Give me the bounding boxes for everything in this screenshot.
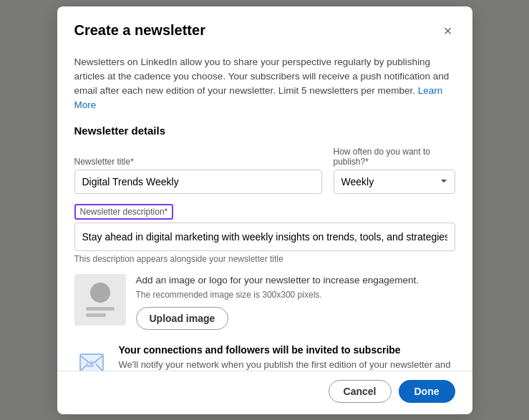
description-label: Newsletter description* xyxy=(74,204,174,220)
intro-text: Newsletters on LinkedIn allow you to sha… xyxy=(74,49,455,113)
placeholder-lines xyxy=(86,307,115,317)
description-hint: This description appears alongside your … xyxy=(74,254,455,264)
description-input[interactable] xyxy=(74,223,455,251)
image-placeholder xyxy=(74,274,126,326)
invite-body: We'll notify your network when you publi… xyxy=(119,358,455,370)
frequency-label: How often do you want to publish?* xyxy=(334,147,455,167)
image-info: Add an image or logo for your newsletter… xyxy=(136,274,455,331)
upload-image-button[interactable]: Upload image xyxy=(136,307,229,330)
title-frequency-row: Newsletter title* How often do you want … xyxy=(74,147,455,194)
description-group: Newsletter description* xyxy=(74,204,455,251)
invite-section: Your connections and followers will be i… xyxy=(74,344,455,370)
placeholder-circle xyxy=(90,283,110,303)
close-button[interactable]: × xyxy=(441,21,455,41)
title-label: Newsletter title* xyxy=(74,157,322,167)
placeholder-line-short xyxy=(86,313,106,317)
modal-body: Newsletters on LinkedIn allow you to sha… xyxy=(57,49,472,371)
svg-rect-4 xyxy=(87,365,94,367)
title-input[interactable] xyxy=(74,170,322,194)
modal-overlay: Create a newsletter × Newsletters on Lin… xyxy=(0,0,529,420)
cancel-button[interactable]: Cancel xyxy=(329,380,392,403)
invite-text: Your connections and followers will be i… xyxy=(119,344,455,370)
svg-rect-3 xyxy=(87,361,97,363)
invite-heading: Your connections and followers will be i… xyxy=(119,344,455,356)
placeholder-line-long xyxy=(86,307,115,311)
envelope-icon xyxy=(74,344,109,370)
done-button[interactable]: Done xyxy=(399,380,455,403)
frequency-group: How often do you want to publish?* Weekl… xyxy=(334,147,455,194)
modal-header: Create a newsletter × xyxy=(57,6,472,49)
section-title: Newsletter details xyxy=(74,124,455,137)
image-size-text: The recommended image size is 300x300 pi… xyxy=(136,290,455,300)
modal: Create a newsletter × Newsletters on Lin… xyxy=(57,6,472,414)
modal-title: Create a newsletter xyxy=(74,22,205,39)
modal-footer: Cancel Done xyxy=(57,371,472,414)
title-group: Newsletter title* xyxy=(74,157,322,194)
frequency-select[interactable]: Weekly Daily Biweekly Monthly xyxy=(334,170,455,194)
image-section: Add an image or logo for your newsletter… xyxy=(74,274,455,331)
image-info-text: Add an image or logo for your newsletter… xyxy=(136,274,455,288)
